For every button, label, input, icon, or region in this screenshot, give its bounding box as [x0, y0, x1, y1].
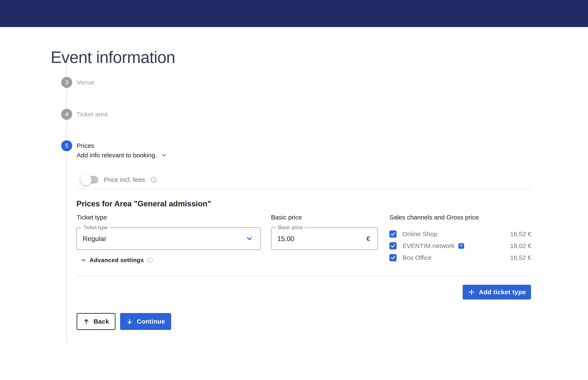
channel-row-online-shop: Online Shop 16,52 €: [389, 228, 531, 240]
channel-row-box-office: Box Office 16,52 €: [389, 252, 531, 264]
channel-row-eventim-network: EVENTIM.network ? 18,02 €: [389, 240, 531, 252]
back-button[interactable]: Back: [77, 313, 115, 330]
online-shop-checkbox[interactable]: [389, 230, 397, 238]
channel-label: Box Office: [403, 254, 432, 261]
chevron-down-icon[interactable]: [160, 152, 167, 159]
eventim-network-checkbox[interactable]: [389, 242, 397, 249]
channel-label: Online Shop: [403, 230, 437, 238]
arrow-up-icon: [83, 318, 90, 325]
step-label: Venue: [77, 79, 95, 86]
advanced-settings-expander[interactable]: Advanced settings: [81, 256, 153, 265]
price-incl-fees-toggle[interactable]: [80, 174, 98, 186]
continue-button[interactable]: Continue: [120, 313, 171, 330]
step-number-badge: 3: [59, 75, 74, 90]
stepper-connector-line: [66, 63, 67, 342]
add-ticket-type-button[interactable]: Add ticket type: [463, 285, 531, 300]
chevron-down-icon: [81, 258, 86, 263]
sales-channels-list: Online Shop 16,52 € EVENTIM.network ? 18…: [389, 228, 531, 264]
price-incl-fees-row: Price incl. fees: [80, 174, 157, 186]
help-badge-icon[interactable]: ?: [458, 243, 464, 249]
ticket-type-select[interactable]: Ticket type Regular: [76, 228, 261, 250]
channel-gross-price: 16,52 €: [510, 254, 531, 261]
section-divider: [76, 276, 532, 276]
advanced-settings-label: Advanced settings: [89, 257, 144, 264]
channel-gross-price: 18,02 €: [510, 242, 531, 249]
basic-price-input[interactable]: [271, 228, 357, 249]
column-header-sales-channels: Sales channels and Gross price: [389, 214, 479, 221]
continue-label: Continue: [137, 318, 165, 325]
box-office-checkbox[interactable]: [389, 254, 397, 261]
price-incl-fees-label: Price incl. fees: [104, 176, 145, 183]
info-icon[interactable]: [150, 177, 157, 183]
stepper-step-ticket-area[interactable]: 4 Ticket area: [59, 107, 108, 122]
section-divider: [76, 189, 532, 189]
select-chevron-down-icon[interactable]: [246, 235, 253, 243]
channel-gross-price: 16,52 €: [510, 230, 531, 238]
page-title: Event information: [51, 48, 175, 67]
top-bar: [0, 0, 588, 27]
basic-price-field: Basic price €: [271, 228, 378, 250]
step-number-badge: 5: [59, 138, 74, 153]
column-header-basic-price: Basic price: [271, 214, 302, 221]
currency-suffix: €: [366, 235, 370, 243]
add-ticket-type-label: Add ticket type: [479, 288, 526, 296]
info-icon[interactable]: [147, 257, 153, 263]
arrow-down-icon: [126, 318, 133, 325]
prices-area-heading: Prices for Area "General admission": [76, 199, 211, 208]
ticket-type-selected-value: Regular: [83, 228, 106, 249]
channel-label: EVENTIM.network: [403, 242, 455, 249]
column-header-ticket-type: Ticket type: [77, 214, 107, 221]
booking-info-label: Add info relevant to booking.: [77, 152, 157, 159]
step-label: Prices: [77, 142, 94, 149]
back-label: Back: [93, 318, 109, 325]
plus-icon: [468, 288, 475, 296]
booking-info-expander[interactable]: Add info relevant to booking.: [77, 150, 167, 160]
event-information-page: Event information 3 Venue 4 Ticket area …: [0, 0, 588, 380]
step-number-badge: 4: [59, 107, 74, 122]
step-label: Ticket area: [77, 111, 108, 118]
toggle-thumb[interactable]: [80, 174, 92, 186]
stepper-step-venue[interactable]: 3 Venue: [59, 75, 95, 90]
